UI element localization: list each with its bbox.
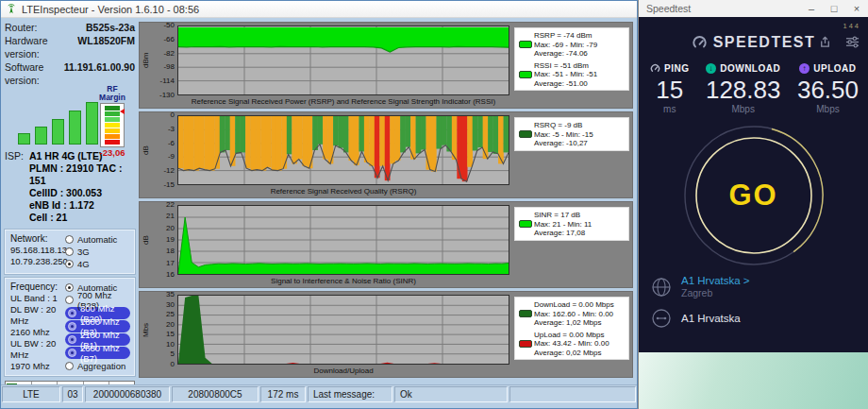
frequency-option-2600[interactable]: 2600 Mhz (B7) [65, 347, 130, 359]
isp-cellid: CellID : 300.053 [29, 187, 135, 199]
provider-name: A1 Hrvatska [681, 313, 741, 325]
legend-swatch [519, 41, 532, 48]
y-axis-label: dB [140, 205, 152, 275]
legend: DownLoad = 0.00 MbpsMax: 162.60 - Min: 0… [514, 297, 629, 360]
status-code: 03 [62, 386, 83, 402]
isp-block: ISP: A1 HR 4G (LTE) PLMN : 21910 TAC : 1… [5, 150, 135, 224]
provider-row: A1 Hrvatska [651, 308, 868, 329]
signal-bars [18, 99, 98, 145]
radio-icon[interactable] [68, 349, 76, 357]
minimize-button[interactable]: – [800, 3, 823, 14]
radio-icon[interactable] [68, 322, 76, 331]
router-row: Router:B525s-23a [5, 21, 135, 34]
chart-title: Signal to Interference & Noise Ratio (SI… [177, 275, 509, 286]
speedtest-window-title: Speedtest [646, 3, 691, 14]
charts-column: dBm -50-66-82-98-114-130 Reference Signa… [139, 18, 637, 384]
lte-sidebar: Router:B525s-23a Hardware version:WL1852… [1, 18, 139, 384]
legend-entry: RSRP = -74 dBmMax: -69 - Min: -79Average… [534, 31, 626, 59]
metrics-row: PING 15 ms ↓DOWNLOAD 128.83 Mbps ↑UPLOAD… [639, 63, 868, 114]
software-row: Software version:11.191.61.00.90 [5, 60, 135, 87]
chart-title: Download/Upload [177, 365, 509, 376]
isp-plmn: PLMN : 21910 TAC : 151 [29, 162, 135, 187]
download-arrow-icon: ↓ [706, 63, 716, 74]
legend: SINR = 17 dBMax: 21 - Min: 11Average: 17… [514, 207, 629, 241]
status-cell-code: 20800800C5 [172, 386, 259, 402]
ping-value: 15 [656, 77, 683, 103]
chart-title: Reference Signal Received Power (RSRP) a… [177, 95, 509, 107]
go-label: GO [682, 124, 826, 267]
window-frame [1, 403, 637, 408]
radio-icon[interactable] [65, 296, 74, 304]
chart-download-upload: Mbs 35302520151050 Download/Upload DownL… [139, 291, 633, 378]
speedtest-titlebar: Speedtest – □ × [639, 0, 868, 17]
chart-rsrp-rssi: dBm -50-66-82-98-114-130 Reference Signa… [139, 22, 633, 109]
signal-bar [69, 111, 81, 145]
speedtest-content: 144 SPEEDTEST PING 15 ms ↓DOWNLOAD [639, 17, 868, 352]
radio-icon[interactable] [65, 247, 74, 256]
radio-icon[interactable] [68, 335, 76, 344]
download-metric: ↓DOWNLOAD 128.83 Mbps [706, 63, 781, 114]
upload-arrow-icon: ↑ [799, 63, 810, 74]
sinr-plot [177, 205, 509, 275]
map-area [639, 352, 868, 409]
speedtest-logo-text: SPEEDTEST [713, 34, 816, 51]
network-group: Network: 95.168.118.132 10.79.238.250 Au… [5, 230, 135, 274]
upload-metric: ↑UPLOAD 36.50 Mbps [797, 63, 859, 114]
network-option-3g[interactable]: 3G [65, 246, 132, 258]
isp-cell: Cell : 21 [29, 212, 135, 224]
legend-swatch [519, 130, 532, 138]
speedtest-window: Speedtest – □ × 144 SPEEDTEST [638, 0, 868, 409]
legend-entry: UpLoad = 0.00 MbpsMax: 43.42 - Min: 0.00… [534, 331, 626, 358]
server-row: A1 Hrvatska > Zagreb [651, 275, 868, 299]
rsrq-plot [177, 115, 509, 185]
status-network-type: LTE [2, 386, 60, 402]
rf-margin-pointer [120, 109, 125, 114]
close-button[interactable]: × [845, 3, 868, 14]
y-axis-ticks: 35302520151050 [152, 295, 177, 365]
speedtest-logo-icon [692, 35, 708, 51]
go-button[interactable]: GO [682, 124, 826, 267]
settings-sliders-icon[interactable] [845, 35, 860, 53]
signal-bar [35, 127, 47, 145]
chart-sinr: dB 22212019181716 Signal to Interference… [139, 201, 633, 288]
radio-icon[interactable] [65, 283, 74, 292]
legend-entry: RSSI = -51 dBmMax: -51 - Min: -51Average… [534, 61, 626, 89]
y-axis-label: dBm [140, 26, 152, 95]
legend-swatch [519, 340, 532, 348]
legend-entry: SINR = 17 dBMax: 21 - Min: 11Average: 17… [534, 211, 626, 238]
radio-icon[interactable] [65, 362, 74, 370]
download-value: 128.83 [706, 77, 781, 103]
server-link[interactable]: A1 Hrvatska > [681, 275, 750, 287]
signal-bar [18, 133, 30, 145]
y-axis-label: dB [140, 115, 152, 185]
bandwidth-meter: 02004006008001000 [5, 381, 135, 384]
network-option-4g[interactable]: 4G [65, 258, 132, 270]
status-latency: 172 ms [260, 386, 306, 402]
isp-enb: eNB Id : 1.172 [29, 199, 135, 212]
lte-titlebar: LTEInspecteur - Version 1.6.10 - 08:56 [1, 1, 637, 18]
status-filler [509, 386, 636, 402]
maximize-button[interactable]: □ [823, 3, 845, 14]
network-option-automatic[interactable]: Automatic [65, 233, 132, 246]
frequency-group: Frequency: UL Band : 1 DL BW : 20 MHz 21… [5, 278, 135, 376]
rf-margin-gauge: RF Margin -23,06 [93, 85, 131, 158]
rsrp-rssi-plot [177, 26, 509, 95]
y-axis-label: Mbs [140, 295, 152, 365]
share-icon[interactable] [818, 35, 832, 53]
status-last-message-label: Last message: [308, 386, 392, 402]
radio-icon[interactable] [65, 235, 74, 244]
radio-icon[interactable] [68, 309, 76, 317]
antenna-icon [6, 4, 17, 15]
status-last-message-value: Ok [394, 386, 508, 402]
session-counter: 144 [843, 22, 860, 30]
legend-swatch [519, 220, 532, 228]
rf-margin-scale [100, 103, 125, 147]
lteinspecteur-window: LTEInspecteur - Version 1.6.10 - 08:56 R… [0, 0, 638, 409]
status-imei: 2000000680380 [85, 386, 170, 402]
screen: LTEInspecteur - Version 1.6.10 - 08:56 R… [0, 0, 868, 409]
radio-icon[interactable] [65, 260, 74, 268]
legend-swatch [519, 71, 532, 78]
go-area: GO [639, 124, 868, 267]
signal-bar [52, 119, 64, 145]
frequency-option-aggregation[interactable]: Aggregation [65, 360, 132, 372]
